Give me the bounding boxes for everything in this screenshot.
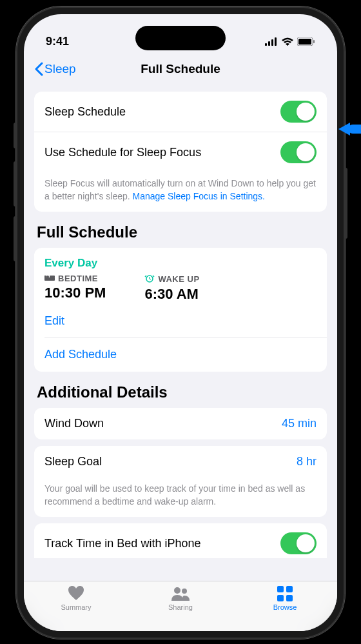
schedule-days-label: Every Day	[44, 257, 317, 270]
svg-rect-0	[348, 125, 361, 134]
side-button	[14, 123, 17, 148]
people-icon	[171, 585, 190, 602]
svg-rect-15	[277, 586, 284, 592]
sleep-goal-card: Sleep Goal 8 hr Your goal will be used t…	[34, 446, 327, 517]
every-day-schedule[interactable]: Every Day BEDTIME 10:30 PM	[34, 248, 327, 337]
grid-icon	[275, 585, 295, 602]
full-schedule-heading: Full Schedule	[37, 223, 324, 241]
sleep-schedule-row: Sleep Schedule	[34, 92, 327, 132]
track-time-label: Track Time in Bed with iPhone	[44, 537, 200, 550]
navigation-bar: Sleep Full Schedule	[24, 53, 337, 85]
wakeup-column: WAKE UP 6:30 AM	[144, 274, 199, 303]
track-time-row: Track Time in Bed with iPhone	[34, 523, 327, 558]
toggles-card: Sleep Schedule Use Schedule for Sleep Fo…	[34, 92, 327, 212]
volume-down-button	[14, 216, 17, 261]
tab-bar: Summary Sharing Browse	[24, 581, 337, 631]
schedule-card: Every Day BEDTIME 10:30 PM	[34, 248, 327, 372]
sleep-schedule-toggle[interactable]	[280, 101, 317, 123]
wakeup-value: 6:30 AM	[144, 286, 199, 303]
svg-rect-7	[313, 40, 315, 43]
svg-rect-17	[277, 595, 284, 601]
page-title: Full Schedule	[141, 62, 220, 76]
alarm-icon	[144, 274, 155, 285]
battery-icon	[297, 37, 315, 46]
wind-down-label: Wind Down	[44, 417, 104, 430]
svg-rect-9	[44, 276, 46, 279]
svg-rect-11	[50, 276, 55, 278]
svg-rect-2	[268, 41, 270, 46]
status-time: 9:41	[46, 35, 69, 48]
svg-rect-16	[286, 586, 293, 592]
add-schedule-button[interactable]: Add Schedule	[44, 337, 327, 372]
tab-browse[interactable]: Browse	[256, 585, 314, 611]
wifi-icon	[282, 37, 293, 46]
screen: 9:41 Sleep Full Schedule	[24, 14, 337, 631]
tab-sharing[interactable]: Sharing	[151, 585, 210, 611]
sleep-schedule-label: Sleep Schedule	[44, 105, 126, 119]
svg-rect-4	[275, 37, 277, 46]
edit-schedule-button[interactable]: Edit	[44, 314, 317, 328]
wind-down-value: 45 min	[282, 417, 317, 430]
chevron-left-icon	[34, 62, 43, 76]
tab-summary[interactable]: Summary	[47, 585, 105, 611]
sleep-focus-toggle[interactable]	[280, 141, 317, 163]
sleep-goal-value: 8 hr	[297, 455, 317, 468]
svg-rect-3	[271, 39, 273, 46]
bed-icon	[44, 274, 55, 283]
content-scroll[interactable]: Sleep Schedule Use Schedule for Sleep Fo…	[24, 85, 337, 581]
power-button	[344, 168, 347, 239]
back-button[interactable]: Sleep	[34, 62, 76, 76]
bedtime-value: 10:30 PM	[44, 285, 106, 301]
svg-point-14	[182, 589, 187, 594]
svg-rect-1	[265, 43, 267, 46]
sleep-goal-label: Sleep Goal	[44, 455, 102, 468]
goal-footer-text: Your goal will be used to keep track of …	[34, 478, 327, 517]
svg-rect-18	[286, 595, 293, 601]
back-label: Sleep	[44, 62, 76, 76]
svg-rect-6	[298, 39, 311, 45]
additional-details-heading: Additional Details	[37, 383, 324, 401]
focus-footer-text: Sleep Focus will automatically turn on a…	[34, 172, 327, 212]
wind-down-card[interactable]: Wind Down 45 min	[34, 408, 327, 439]
cellular-icon	[265, 37, 278, 46]
track-time-toggle[interactable]	[280, 532, 317, 554]
volume-up-button	[14, 161, 17, 206]
bedtime-column: BEDTIME 10:30 PM	[44, 274, 106, 303]
heart-icon	[66, 585, 86, 602]
manage-focus-link[interactable]: Manage Sleep Focus in Settings.	[133, 191, 265, 201]
svg-point-13	[174, 587, 180, 594]
dynamic-island	[135, 26, 226, 50]
callout-arrow-icon	[338, 116, 361, 145]
sleep-focus-label: Use Schedule for Sleep Focus	[44, 146, 201, 159]
sleep-focus-row: Use Schedule for Sleep Focus	[34, 132, 327, 172]
sleep-goal-row[interactable]: Sleep Goal 8 hr	[34, 446, 327, 478]
phone-frame: 9:41 Sleep Full Schedule	[16, 6, 345, 639]
svg-point-10	[46, 276, 49, 278]
